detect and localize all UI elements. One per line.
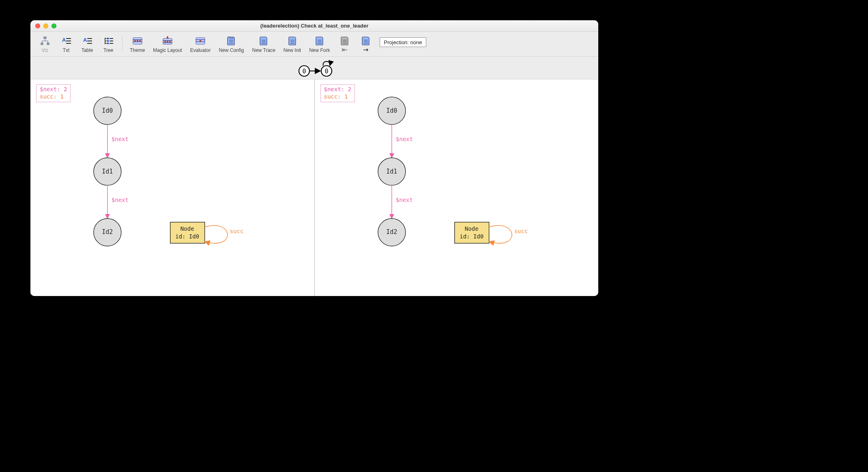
viz-pane-right[interactable]: $next: 2 succ: 1 Id0 $ (314, 79, 599, 296)
edge-label-1: $next (112, 197, 129, 203)
new-fork-icon (313, 35, 326, 47)
toolbar-new-fork-label: New Fork (309, 47, 330, 53)
toolbar-table-label: Table (82, 47, 93, 53)
svg-point-22 (139, 40, 141, 42)
toolbar-actions-group: Theme Magic Layout Evaluator New Config (126, 34, 376, 55)
window-controls (35, 24, 56, 28)
rect-node-line2-r: id: Id0 (460, 233, 483, 240)
svg-rect-12 (107, 40, 109, 42)
graph-left: Id0 $next Id1 $next Id2 Node (30, 79, 314, 296)
toolbar-nav-first-label (341, 47, 348, 53)
new-init-icon (286, 35, 299, 47)
trace-graph-icon: 0 0 (282, 59, 347, 77)
app-window: (leaderelection) Check at_least_one_lead… (30, 20, 598, 296)
svg-rect-2 (47, 43, 49, 45)
rect-node-line1-r: Node (464, 225, 478, 232)
txt-icon: A (60, 35, 73, 47)
toolbar-viz-button[interactable]: Viz (34, 34, 56, 55)
rect-node-line1: Node (180, 225, 194, 232)
toolbar-nav-next-button[interactable] (355, 34, 376, 55)
close-icon[interactable] (35, 24, 40, 28)
toolbar-new-trace-label: New Trace (252, 47, 275, 53)
edge-label-0: $next (112, 136, 129, 142)
svg-rect-1 (41, 43, 43, 45)
node-id0-label-r: Id0 (386, 107, 397, 114)
toolbar-theme-label: Theme (130, 47, 145, 53)
node-id2-label: Id2 (102, 228, 113, 236)
node-id2-label-r: Id2 (386, 228, 397, 236)
svg-rect-13 (107, 43, 109, 44)
node-id1-label-r: Id1 (386, 168, 397, 175)
svg-rect-0 (43, 36, 47, 39)
nav-first-icon (338, 35, 351, 47)
toolbar-new-config-button[interactable]: New Config (215, 34, 248, 55)
svg-text:A: A (83, 37, 87, 43)
toolbar-viz-label: Viz (42, 47, 48, 53)
toolbar: Viz A Txt A Table Tree (30, 32, 598, 57)
succ-label: succ (230, 228, 244, 234)
table-icon: A (81, 35, 94, 47)
tree-icon (102, 35, 115, 47)
nav-next-icon (359, 35, 372, 47)
viz-icon (39, 35, 52, 47)
toolbar-nav-next-label (362, 47, 370, 53)
succ-label-r: succ (514, 228, 528, 234)
trace-state-1: 0 (324, 67, 328, 75)
svg-point-32 (200, 40, 201, 42)
toolbar-new-config-label: New Config (219, 47, 244, 53)
theme-icon (131, 35, 144, 47)
toolbar-new-trace-button[interactable]: New Trace (248, 34, 279, 55)
svg-text:A: A (62, 37, 66, 43)
edge-label-1-r: $next (395, 197, 413, 203)
toolbar-evaluator-label: Evaluator (190, 47, 211, 53)
toolbar-txt-label: Txt (63, 47, 70, 53)
toolbar-new-init-button[interactable]: New Init (279, 34, 305, 55)
toolbar-table-button[interactable]: A Table (77, 34, 98, 55)
minimize-icon[interactable] (43, 24, 48, 28)
node-id0-label: Id0 (102, 107, 113, 114)
magic-layout-icon (161, 35, 174, 47)
svg-point-20 (134, 40, 136, 42)
rect-node-line2: id: Id0 (175, 233, 199, 240)
toolbar-theme-button[interactable]: Theme (126, 34, 149, 55)
edge-label-0-r: $next (395, 136, 413, 142)
toolbar-view-group: Viz A Txt A Table Tree (34, 34, 119, 55)
toolbar-separator (122, 36, 122, 51)
new-config-icon (225, 35, 238, 47)
svg-rect-11 (107, 38, 109, 39)
window-title: (leaderelection) Check at_least_one_lead… (30, 23, 598, 29)
toolbar-txt-button[interactable]: A Txt (56, 34, 77, 55)
titlebar: (leaderelection) Check at_least_one_lead… (30, 20, 598, 32)
toolbar-nav-first-button[interactable] (334, 34, 355, 55)
projection-selector[interactable]: Projection: none (380, 37, 427, 47)
toolbar-new-init-label: New Init (284, 47, 301, 53)
new-trace-icon (257, 35, 270, 47)
viz-panes: $next: 2 succ: 1 Id0 (30, 79, 598, 296)
toolbar-magic-layout-button[interactable]: Magic Layout (149, 34, 186, 55)
node-id1-label: Id1 (102, 168, 113, 175)
zoom-icon[interactable] (52, 24, 56, 28)
toolbar-tree-button[interactable]: Tree (98, 34, 119, 55)
graph-right: Id0 $next Id1 $next Id2 Node id: Id0 suc… (315, 79, 599, 296)
svg-point-27 (167, 41, 168, 43)
svg-point-26 (164, 41, 166, 43)
trace-bar: 0 0 (30, 57, 598, 79)
evaluator-icon (194, 35, 207, 47)
toolbar-magic-layout-label: Magic Layout (153, 47, 182, 53)
svg-point-28 (169, 41, 171, 43)
toolbar-tree-label: Tree (103, 47, 113, 53)
trace-state-0: 0 (302, 67, 306, 75)
viz-pane-left[interactable]: $next: 2 succ: 1 Id0 (30, 79, 314, 296)
projection-label: Projection: none (384, 39, 422, 45)
toolbar-new-fork-button[interactable]: New Fork (305, 34, 334, 55)
svg-point-21 (137, 40, 138, 42)
toolbar-evaluator-button[interactable]: Evaluator (186, 34, 215, 55)
